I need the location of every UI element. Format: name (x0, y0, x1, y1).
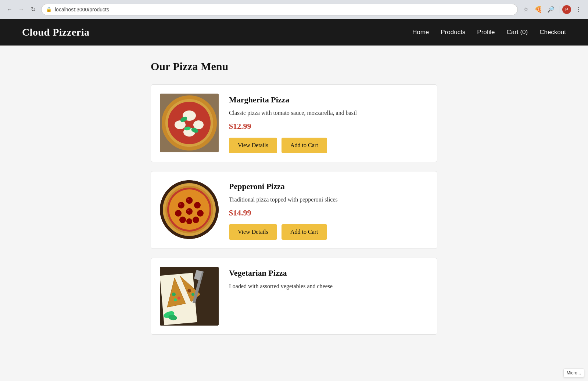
browser-chrome: ← → ↻ 🔒 localhost:3000/products ☆ 🍕 🔎 P … (0, 0, 588, 19)
app-navbar: Cloud Pizzeria Home Products Profile Car… (0, 19, 588, 46)
container: Our Pizza Menu (129, 60, 459, 335)
app-nav-links: Home Products Profile Cart (0) Checkout (412, 29, 566, 36)
nav-link-checkout[interactable]: Checkout (539, 29, 566, 36)
add-to-cart-button-pepperoni[interactable]: Add to Cart (282, 224, 327, 240)
browser-nav-buttons: ← → ↻ (4, 4, 38, 15)
extension-icon-2[interactable]: 🔎 (546, 4, 556, 15)
svg-point-25 (186, 218, 192, 224)
product-description-pepperoni: Traditional pizza topped with pepperoni … (229, 196, 428, 203)
product-description-vegetarian: Loaded with assorted vegetables and chee… (229, 283, 428, 290)
nav-item-home[interactable]: Home (412, 29, 429, 36)
address-bar[interactable]: 🔒 localhost:3000/products (41, 4, 518, 15)
lock-icon: 🔒 (46, 7, 52, 12)
product-description-margherita: Classic pizza with tomato sauce, mozzare… (229, 110, 428, 116)
url-text: localhost:3000/products (55, 7, 513, 12)
page-title: Our Pizza Menu (151, 60, 437, 73)
product-actions-margherita: View Details Add to Cart (229, 138, 428, 153)
product-info-pepperoni: Pepperoni Pizza Traditional pizza topped… (229, 180, 428, 240)
svg-point-18 (178, 202, 184, 208)
nav-link-home[interactable]: Home (412, 29, 429, 36)
product-image-pepperoni (160, 180, 219, 239)
svg-point-24 (193, 217, 199, 223)
extension-icon-1[interactable]: 🍕 (533, 4, 544, 15)
view-details-button-margherita[interactable]: View Details (229, 138, 277, 153)
bookmark-button[interactable]: ☆ (521, 4, 531, 15)
svg-point-33 (174, 298, 177, 301)
product-image-vegetarian (160, 267, 219, 326)
svg-point-22 (197, 210, 204, 217)
app-logo: Cloud Pizzeria (22, 26, 90, 38)
browser-divider (559, 6, 559, 13)
svg-point-19 (194, 202, 201, 208)
product-price-pepperoni: $14.99 (229, 208, 428, 218)
nav-link-products[interactable]: Products (441, 29, 465, 36)
nav-link-cart[interactable]: Cart (0) (507, 29, 528, 36)
main-content: Our Pizza Menu (0, 46, 588, 381)
svg-point-6 (193, 120, 204, 129)
profile-avatar[interactable]: P (562, 5, 571, 14)
product-name-vegetarian: Vegetarian Pizza (229, 268, 428, 278)
product-name-pepperoni: Pepperoni Pizza (229, 182, 428, 191)
product-image-margherita (160, 94, 219, 152)
svg-point-23 (179, 217, 186, 223)
nav-item-products[interactable]: Products (441, 29, 465, 36)
nav-item-cart[interactable]: Cart (0) (507, 29, 528, 36)
product-card-margherita: Margherita Pizza Classic pizza with toma… (151, 84, 437, 162)
reload-button[interactable]: ↻ (28, 4, 38, 15)
svg-point-5 (175, 120, 186, 129)
nav-link-profile[interactable]: Profile (477, 29, 495, 36)
product-card-pepperoni: Pepperoni Pizza Traditional pizza topped… (151, 171, 437, 249)
micro-tooltip: Micro... (563, 369, 584, 377)
svg-point-21 (186, 208, 193, 215)
svg-point-34 (187, 289, 191, 293)
product-actions-pepperoni: View Details Add to Cart (229, 224, 428, 240)
svg-point-31 (172, 293, 176, 296)
svg-point-27 (179, 203, 181, 205)
svg-point-35 (191, 293, 194, 296)
svg-point-3 (168, 102, 211, 144)
svg-point-26 (187, 199, 189, 200)
nav-item-profile[interactable]: Profile (477, 29, 495, 36)
forward-button[interactable]: → (16, 4, 26, 15)
add-to-cart-button-margherita[interactable]: Add to Cart (282, 138, 327, 153)
product-info-vegetarian: Vegetarian Pizza Loaded with assorted ve… (229, 267, 428, 290)
product-card-vegetarian: Vegetarian Pizza Loaded with assorted ve… (151, 258, 437, 335)
svg-point-32 (178, 297, 180, 300)
menu-button[interactable]: ⋮ (573, 4, 584, 15)
svg-point-28 (187, 210, 189, 211)
product-name-margherita: Margherita Pizza (229, 95, 428, 105)
back-button[interactable]: ← (4, 4, 15, 15)
product-info-margherita: Margherita Pizza Classic pizza with toma… (229, 94, 428, 153)
browser-actions: ☆ 🍕 🔎 P ⋮ (521, 4, 584, 15)
view-details-button-pepperoni[interactable]: View Details (229, 224, 277, 240)
nav-item-checkout[interactable]: Checkout (539, 29, 566, 36)
product-price-margherita: $12.99 (229, 121, 428, 131)
svg-point-20 (175, 210, 182, 217)
